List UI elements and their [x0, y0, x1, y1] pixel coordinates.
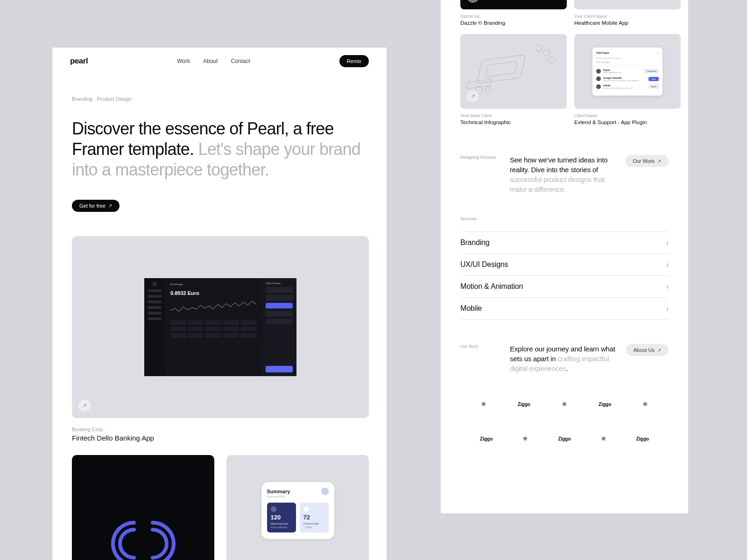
page-right-column: ↗ Dazzle Inc. Dazzle © Branding Your Cli… [441, 0, 688, 513]
chevron-down-icon: ↓ [666, 261, 669, 268]
accordion-item-branding[interactable]: Branding↓ [460, 231, 669, 254]
arrow-up-right-icon: ↗ [657, 159, 661, 164]
project-thumb-grey: Summary February 2023 120 Upcoming Appt.… [226, 455, 369, 560]
page-left-column: pearl Work About Contact Remix Branding·… [52, 48, 387, 560]
chevron-down-icon: ↓ [666, 283, 669, 290]
svg-point-6 [543, 49, 550, 56]
accordion-item-uxui[interactable]: UX/UI Designs↓ [460, 254, 669, 276]
avatar-icon [321, 488, 329, 495]
close-icon: × [657, 51, 659, 54]
client-logos: ✳ Ziggo ✳ Ziggo ✳ Ziggo ✳ Ziggo ✳ Ziggo [441, 400, 688, 442]
expand-icon[interactable]: ↗ [467, 0, 479, 3]
star-icon: ✳ [642, 400, 648, 408]
project-thumb-apps: Add Apps× Search or paste link to connec… [574, 34, 681, 109]
remix-button[interactable]: Remix [339, 55, 369, 67]
right-grid-row: ↗ Tech Bank Client Technical Infographic… [441, 34, 688, 125]
chevron-down-icon: ↓ [666, 305, 669, 312]
nav-link-work[interactable]: Work [177, 58, 190, 64]
chevron-down-icon: ↓ [666, 239, 669, 246]
arrow-up-right-icon: ↗ [108, 203, 112, 208]
top-nav: pearl Work About Contact Remix [52, 48, 387, 67]
hero-section: Branding·Product Design Discover the ess… [52, 67, 387, 212]
star-icon: ✳ [601, 435, 606, 442]
svg-point-4 [486, 86, 491, 92]
star-icon: ✳ [481, 400, 486, 408]
hero-tags: Branding·Product Design [72, 96, 367, 102]
services-section: Services Branding↓ UX/UI Designs↓ Motion… [441, 217, 688, 320]
get-for-free-button[interactable]: Get for free↗ [72, 200, 120, 212]
project-title: Fintech Dello Banking App [72, 434, 367, 442]
brand-logo[interactable]: pearl [70, 56, 88, 66]
section-label: Services [460, 217, 501, 221]
project-thumb: Exchange 0.8932 Euro Order Preview [72, 236, 369, 418]
app-screenshot-dark: Exchange 0.8932 Euro Order Preview [144, 278, 296, 376]
about-us-button[interactable]: About Us↗ [626, 344, 669, 356]
tag-product-design: Product Design [97, 96, 132, 102]
svg-rect-1 [486, 61, 517, 77]
nav-link-contact[interactable]: Contact [231, 58, 250, 64]
project-card-healthcare[interactable]: Summary February 2023 120 Upcoming Appt.… [226, 455, 369, 560]
expand-icon[interactable]: ↗ [467, 90, 479, 102]
svg-point-7 [549, 56, 555, 63]
project-card-infographic[interactable]: ↗ Tech Bank Client Technical Infographic [460, 34, 567, 125]
svg-point-5 [536, 45, 542, 51]
section-label: Designing Success [460, 155, 501, 160]
accordion-item-mobile[interactable]: Mobile↓ [460, 298, 669, 320]
success-section: Designing Success See how we've turned i… [441, 155, 688, 194]
project-thumb-dark-cut: ↗ [460, 0, 567, 9]
project-thumb-cut [574, 0, 681, 9]
section-text: See how we've turned ideas into reality.… [510, 155, 617, 194]
expand-icon[interactable]: ↗ [78, 399, 91, 412]
star-icon: ✳ [522, 435, 528, 442]
nav-link-about[interactable]: About [203, 58, 218, 64]
accordion-item-motion[interactable]: Motion & Animation↓ [460, 276, 669, 298]
project-card-fintech[interactable]: Exchange 0.8932 Euro Order Preview [72, 236, 367, 442]
add-apps-widget: Add Apps× Search or paste link to connec… [592, 48, 662, 96]
nav-links: Work About Contact [177, 58, 250, 64]
project-card-dazzle-top[interactable]: ↗ Dazzle Inc. Dazzle © Branding [460, 0, 567, 26]
project-card-healthcare-top[interactable]: Your Client Name Healthcare Mobile App [574, 0, 681, 26]
our-work-button[interactable]: Our Work↗ [625, 155, 669, 167]
project-thumb-iso: ↗ [460, 34, 567, 109]
section-text: Explore our journey and learn what sets … [510, 344, 618, 373]
project-client: Booking Corp. [72, 427, 367, 432]
project-thumb-dark [72, 455, 214, 560]
project-card-plugin[interactable]: Add Apps× Search or paste link to connec… [574, 34, 681, 125]
project-card-dazzle[interactable] [72, 455, 214, 560]
star-icon: ✳ [562, 400, 567, 408]
hero-headline: Discover the essence of Pearl, a free Fr… [72, 119, 361, 180]
arrow-up-right-icon: ↗ [657, 348, 661, 353]
preview-price: 0.8932 Euro [170, 290, 256, 296]
svg-rect-2 [467, 79, 492, 89]
tag-branding: Branding [72, 96, 92, 102]
story-section: Our Story Explore our journey and learn … [441, 344, 688, 373]
svg-rect-0 [477, 55, 526, 84]
right-top-row: ↗ Dazzle Inc. Dazzle © Branding Your Cli… [441, 0, 688, 26]
phone-mock: Summary February 2023 120 Upcoming Appt.… [261, 482, 334, 539]
services-accordion: Branding↓ UX/UI Designs↓ Motion & Animat… [460, 231, 669, 320]
projects-grid: Exchange 0.8932 Euro Order Preview [52, 212, 387, 560]
section-label: Our Story [460, 344, 501, 349]
